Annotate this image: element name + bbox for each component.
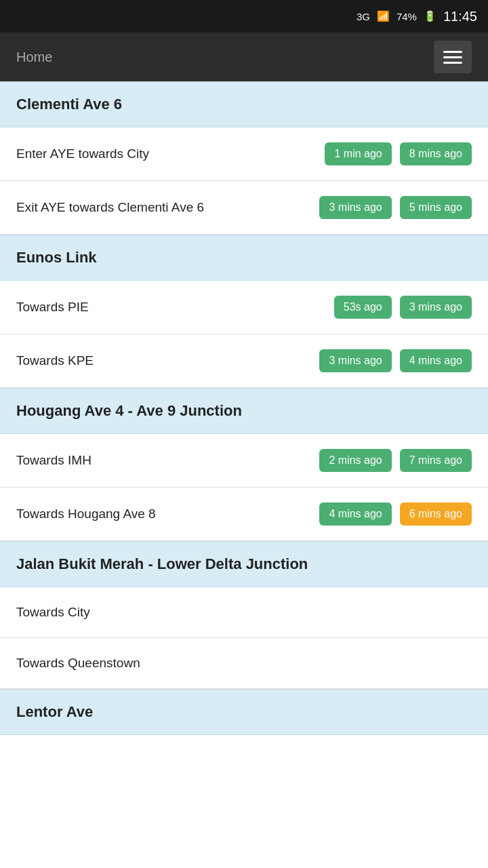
page-title: Home: [16, 50, 52, 65]
row-label: Towards KPE: [16, 353, 319, 368]
list-item: Towards IMH 2 mins ago 7 mins ago: [0, 434, 488, 488]
badges: 3 mins ago 4 mins ago: [319, 349, 472, 372]
row-label: Enter AYE towards City: [16, 146, 325, 161]
menu-bar-2: [443, 56, 462, 58]
section-header-text: Eunos Link: [16, 249, 97, 266]
badge-primary: 4 mins ago: [319, 502, 391, 526]
list-item: Towards PIE 53s ago 3 mins ago: [0, 281, 488, 334]
row-label: Towards City: [16, 605, 472, 620]
badge-secondary: 4 mins ago: [400, 349, 472, 372]
section-clementi: Clementi Ave 6: [0, 81, 488, 127]
row-label: Towards IMH: [16, 453, 319, 468]
main-content: Clementi Ave 6 Enter AYE towards City 1 …: [0, 81, 488, 735]
menu-bar-3: [443, 62, 462, 64]
badge-primary: 2 mins ago: [319, 449, 391, 472]
section-header-text: Hougang Ave 4 - Ave 9 Junction: [16, 402, 242, 419]
status-bar: 3G 📶 74% 🔋 11:45: [0, 0, 488, 33]
menu-button[interactable]: [434, 41, 472, 73]
badge-secondary: 5 mins ago: [400, 196, 472, 219]
list-item: Exit AYE towards Clementi Ave 6 3 mins a…: [0, 181, 488, 235]
list-item: Towards City: [0, 587, 488, 638]
section-hougang: Hougang Ave 4 - Ave 9 Junction: [0, 388, 488, 434]
list-item: Enter AYE towards City 1 min ago 8 mins …: [0, 127, 488, 181]
badge-primary: 3 mins ago: [319, 349, 391, 372]
network-type: 3G: [357, 11, 370, 22]
badge-primary: 1 min ago: [325, 142, 391, 165]
badges: 53s ago 3 mins ago: [334, 296, 472, 319]
badge-primary: 53s ago: [334, 296, 392, 319]
row-label: Towards Queenstown: [16, 656, 472, 671]
section-eunos: Eunos Link: [0, 235, 488, 281]
badges: 2 mins ago 7 mins ago: [319, 449, 472, 472]
section-header-text: Lentor Ave: [16, 703, 93, 720]
menu-bar-1: [443, 51, 462, 53]
section-jalan: Jalan Bukit Merah - Lower Delta Junction: [0, 541, 488, 587]
badge-secondary: 7 mins ago: [400, 449, 472, 472]
list-item: Towards KPE 3 mins ago 4 mins ago: [0, 334, 488, 388]
list-item: Towards Queenstown: [0, 638, 488, 689]
battery-level: 74%: [396, 11, 417, 22]
badges: 1 min ago 8 mins ago: [325, 142, 472, 165]
battery-icon: 🔋: [424, 10, 436, 22]
top-bar: Home: [0, 33, 488, 81]
row-label: Towards Hougang Ave 8: [16, 507, 319, 521]
badge-secondary: 6 mins ago: [400, 502, 472, 526]
badges: 4 mins ago 6 mins ago: [319, 502, 472, 526]
badges: 3 mins ago 5 mins ago: [319, 196, 472, 219]
section-header-text: Jalan Bukit Merah - Lower Delta Junction: [16, 555, 308, 572]
row-label: Towards PIE: [16, 300, 334, 315]
badge-primary: 3 mins ago: [319, 196, 391, 219]
clock: 11:45: [443, 9, 477, 24]
section-lentor: Lentor Ave: [0, 689, 488, 735]
signal-icon: 📶: [377, 10, 390, 22]
row-label: Exit AYE towards Clementi Ave 6: [16, 200, 319, 215]
badge-secondary: 3 mins ago: [400, 296, 472, 319]
list-item: Towards Hougang Ave 8 4 mins ago 6 mins …: [0, 488, 488, 541]
badge-secondary: 8 mins ago: [400, 142, 472, 165]
section-header-text: Clementi Ave 6: [16, 96, 122, 113]
